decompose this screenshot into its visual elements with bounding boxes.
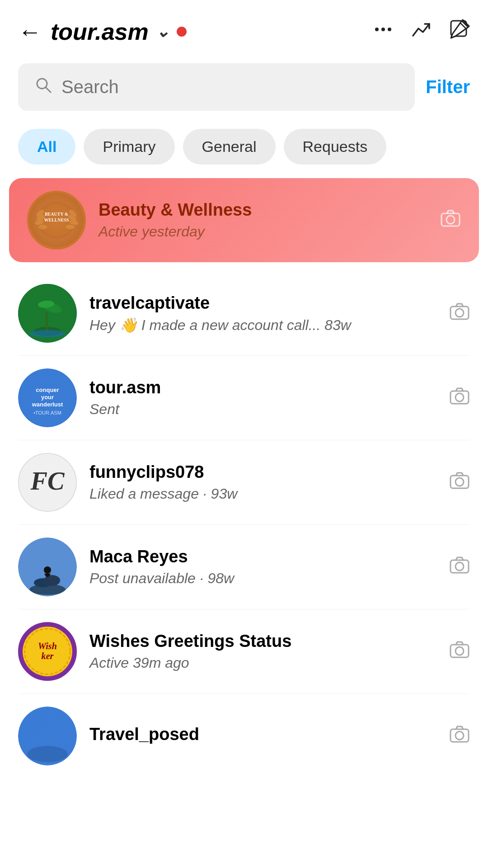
search-icon: [34, 76, 52, 98]
convo-name: Wishes Greetings Status: [89, 632, 436, 651]
avatar: FC: [18, 453, 77, 512]
header: ← tour.asm ⌄: [0, 0, 488, 54]
convo-preview: Liked a message · 93w: [89, 486, 436, 502]
header-title-group: tour.asm ⌄: [51, 18, 364, 45]
svg-point-2: [388, 28, 391, 31]
convo-info: tour.asm Sent: [89, 378, 436, 418]
tab-general[interactable]: General: [183, 129, 276, 165]
svg-point-55: [455, 647, 464, 655]
convo-info: Travel_posed: [89, 725, 436, 748]
tab-primary[interactable]: Primary: [84, 129, 174, 165]
avatar: conquer your wanderlust •TOUR.ASM: [18, 368, 77, 427]
avatar: BEAUTY & WELLNESS: [27, 191, 86, 250]
convo-preview: Active yesterday: [99, 223, 427, 240]
svg-point-22: [446, 216, 455, 224]
svg-point-0: [375, 28, 379, 31]
conversation-item[interactable]: travelcaptivate Hey 👋 I made a new accou…: [0, 271, 488, 355]
svg-point-18: [66, 225, 75, 229]
convo-preview: Post unavailable · 98w: [89, 570, 436, 587]
convo-name: Maca Reyes: [89, 547, 436, 566]
camera-icon[interactable]: [449, 723, 470, 749]
svg-point-7: [37, 79, 47, 89]
camera-icon[interactable]: [449, 554, 470, 580]
svg-text:wanderlust: wanderlust: [32, 401, 63, 408]
conversation-item[interactable]: conquer your wanderlust •TOUR.ASM tour.a…: [0, 356, 488, 440]
notification-dot: [177, 27, 187, 37]
svg-point-49: [455, 562, 464, 571]
svg-point-42: [455, 478, 464, 486]
filter-button[interactable]: Filter: [426, 77, 470, 97]
conversation-item[interactable]: Wish ker Wishes Greetings Status Active …: [0, 609, 488, 693]
back-button[interactable]: ←: [18, 18, 42, 45]
convo-name: tour.asm: [89, 378, 436, 397]
camera-icon[interactable]: [440, 208, 461, 233]
svg-point-59: [455, 731, 464, 740]
header-actions: [373, 19, 470, 44]
svg-text:ker: ker: [42, 651, 54, 661]
svg-text:•TOUR.ASM: •TOUR.ASM: [33, 410, 61, 415]
more-options-icon[interactable]: [373, 19, 393, 44]
tab-all[interactable]: All: [18, 129, 75, 165]
svg-text:Wish: Wish: [38, 641, 57, 651]
convo-preview: Active 39m ago: [89, 655, 436, 671]
svg-point-46: [44, 575, 60, 586]
search-input[interactable]: [61, 77, 399, 97]
convo-name: travelcaptivate: [89, 293, 436, 313]
convo-name: Travel_posed: [89, 725, 436, 744]
convo-info: Wishes Greetings Status Active 39m ago: [89, 632, 436, 671]
conversation-item[interactable]: Travel_posed: [0, 694, 488, 770]
svg-point-31: [455, 309, 464, 317]
svg-line-8: [46, 88, 51, 92]
svg-text:BEAUTY &: BEAUTY &: [45, 212, 68, 217]
svg-point-57: [27, 746, 68, 762]
avatar: [18, 284, 77, 343]
filter-tabs: All Primary General Requests: [0, 120, 488, 178]
conversation-item[interactable]: Maca Reyes Post unavailable · 98w: [0, 525, 488, 609]
svg-point-1: [381, 28, 385, 31]
trending-icon[interactable]: [411, 19, 431, 44]
svg-point-14: [38, 225, 47, 229]
svg-point-38: [455, 393, 464, 401]
svg-point-47: [44, 566, 51, 574]
convo-preview: Hey 👋 I made a new account call... 83w: [89, 316, 436, 334]
convo-info: Beauty & Wellness Active yesterday: [99, 200, 427, 240]
chevron-down-icon[interactable]: ⌄: [156, 22, 169, 41]
convo-info: funnyclips078 Liked a message · 93w: [89, 462, 436, 502]
svg-text:conquer: conquer: [36, 387, 59, 393]
avatar: [18, 538, 77, 596]
conversation-item[interactable]: BEAUTY & WELLNESS Beauty & Wellness Acti…: [9, 178, 479, 262]
compose-icon[interactable]: [449, 19, 470, 44]
svg-text:FC: FC: [30, 467, 65, 495]
svg-point-29: [29, 330, 66, 337]
svg-text:WELLNESS: WELLNESS: [44, 217, 69, 222]
svg-text:your: your: [41, 394, 54, 401]
convo-info: travelcaptivate Hey 👋 I made a new accou…: [89, 293, 436, 334]
avatar: Wish ker: [18, 622, 77, 681]
convo-name: Beauty & Wellness: [99, 200, 427, 220]
camera-icon[interactable]: [449, 301, 470, 326]
camera-icon[interactable]: [449, 639, 470, 664]
convo-info: Maca Reyes Post unavailable · 98w: [89, 547, 436, 587]
camera-icon[interactable]: [449, 385, 470, 410]
avatar: [18, 707, 77, 765]
camera-icon[interactable]: [449, 470, 470, 495]
account-name: tour.asm: [51, 18, 149, 45]
search-bar[interactable]: [18, 63, 415, 111]
conversation-list: BEAUTY & WELLNESS Beauty & Wellness Acti…: [0, 178, 488, 770]
convo-name: funnyclips078: [89, 462, 436, 482]
convo-preview: Sent: [89, 401, 436, 418]
conversation-item[interactable]: FC funnyclips078 Liked a message · 93w: [0, 440, 488, 524]
search-container: Filter: [0, 54, 488, 120]
tab-requests[interactable]: Requests: [284, 129, 387, 165]
